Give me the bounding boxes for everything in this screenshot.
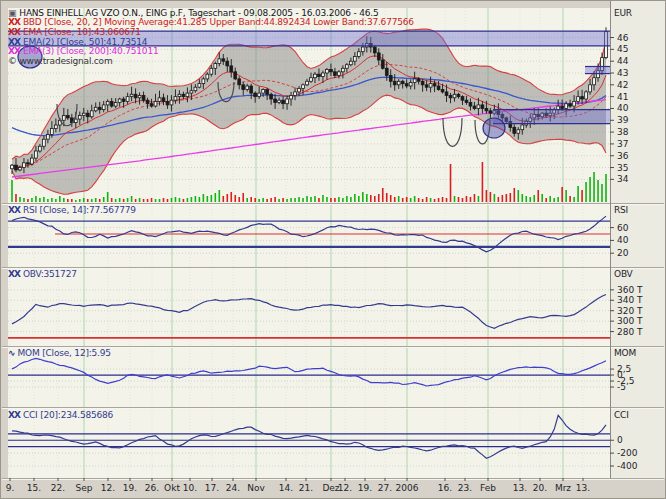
x-tick-label: 17. xyxy=(205,483,219,493)
x-tick-label: 23. xyxy=(458,483,472,493)
y-tick-label: 36 xyxy=(617,151,628,161)
y-tick-label: 40 xyxy=(617,103,628,113)
x-tick-label: 13. xyxy=(576,483,590,493)
copyright-text: © www.tradesignal.com xyxy=(8,56,112,66)
tradesignal-chart-window: ▣HANS EINHELL AG VZO O.N., EING p.F, Tag… xyxy=(0,0,666,499)
x-tick-label: 26. xyxy=(145,483,159,493)
y-tick-label: -5 xyxy=(617,382,626,392)
legend-mom[interactable]: ∿MOM [Close, 12]:5.95 xyxy=(8,348,111,358)
obv-axis-name: OBV xyxy=(614,269,633,279)
mom-axis-name: MOM xyxy=(614,348,636,358)
x-tick-label: 12. xyxy=(338,483,352,493)
legend-obv-text: OBV:351727 xyxy=(23,269,77,279)
indicator-line-icon: XX xyxy=(8,269,20,279)
x-tick-label: 16. xyxy=(438,483,452,493)
y-tick-label: 42 xyxy=(617,80,628,90)
x-tick-label: 2006 xyxy=(396,483,419,493)
price-axis-unit: EUR xyxy=(614,8,632,18)
indicator-line-icon: XX xyxy=(8,17,20,27)
zigzag-line-icon: ∿ xyxy=(8,348,15,358)
y-tick-label: 45 xyxy=(617,44,628,54)
y-tick-label: 37 xyxy=(617,139,628,149)
x-tick-label: 13. xyxy=(513,483,527,493)
indicator-line-icon: XX xyxy=(8,205,20,215)
x-tick-label: 22. xyxy=(51,483,65,493)
x-tick-label: Mrz xyxy=(555,483,571,493)
legend-cci[interactable]: XXCCI [20]:234.585686 xyxy=(8,410,113,420)
y-tick-label: 46 xyxy=(617,33,628,43)
y-tick-label: 340 T xyxy=(617,295,643,305)
x-tick-label: 27. xyxy=(378,483,392,493)
legend-ema200-text: EMA(3) [Close, 200]:40.751011 xyxy=(23,46,159,56)
y-tick-label: 43 xyxy=(617,68,628,78)
watermark: © www.tradesignal.com xyxy=(8,56,112,66)
x-tick-label: 15. xyxy=(27,483,41,493)
y-tick-label: 40 xyxy=(617,235,628,245)
x-tick-label: 20. xyxy=(533,483,547,493)
legend-mom-text: MOM [Close, 12]:5.95 xyxy=(18,348,111,358)
legend-obv[interactable]: XXOBV:351727 xyxy=(8,269,77,279)
y-tick-label: 44 xyxy=(617,56,628,66)
indicator-line-icon: XX xyxy=(8,46,20,56)
legend-ema10-text: EMA [Close, 10]:43.060671 xyxy=(23,27,141,37)
chart-canvas[interactable] xyxy=(0,0,666,499)
x-tick-label: 21. xyxy=(299,483,313,493)
y-tick-label: 60 xyxy=(617,223,628,233)
y-tick-label: -400 xyxy=(617,461,637,471)
indicator-line-icon: XX xyxy=(8,27,20,37)
legend-rsi[interactable]: XXRSI [Close, 14]:77.567779 xyxy=(8,205,136,215)
legend-bbd-text: BBD [Close, 20, 2] Moving Average:41.285… xyxy=(23,17,414,27)
y-tick-label: 39 xyxy=(617,115,628,125)
legend-ema200[interactable]: XXEMA(3) [Close, 200]:40.751011 xyxy=(8,46,158,56)
y-tick-label: 0 xyxy=(617,435,623,445)
x-tick-label: 10. xyxy=(183,483,197,493)
y-tick-label: 41 xyxy=(617,92,628,102)
legend-rsi-text: RSI [Close, 14]:77.567779 xyxy=(23,205,136,215)
legend-cci-text: CCI [20]:234.585686 xyxy=(23,410,113,420)
x-tick-label: 12. xyxy=(101,483,115,493)
x-tick-label: 24. xyxy=(226,483,240,493)
x-tick-label: 14. xyxy=(279,483,293,493)
y-tick-label: 320 T xyxy=(617,306,643,316)
x-tick-label: Sep xyxy=(76,483,93,493)
legend-bbd[interactable]: XXBBD [Close, 20, 2] Moving Average:41.2… xyxy=(8,17,414,27)
y-tick-label: 300 T xyxy=(617,316,643,326)
legend-ema10[interactable]: XXEMA [Close, 10]:43.060671 xyxy=(8,27,141,37)
y-tick-label: 280 T xyxy=(617,327,643,337)
y-tick-label: 35 xyxy=(617,163,628,173)
x-tick-label: 19. xyxy=(123,483,137,493)
y-tick-label: 360 T xyxy=(617,285,643,295)
indicator-line-icon: XX xyxy=(8,410,20,420)
x-tick-label: 9. xyxy=(6,483,15,493)
y-tick-label: 34 xyxy=(617,174,628,184)
x-tick-label: Feb xyxy=(480,483,496,493)
x-tick-label: Okt xyxy=(164,483,180,493)
x-tick-label: Nov xyxy=(247,483,265,493)
cci-axis-name: CCI xyxy=(614,410,629,420)
x-tick-label: 19. xyxy=(358,483,372,493)
rsi-axis-name: RSI xyxy=(614,205,628,215)
y-tick-label: 38 xyxy=(617,127,628,137)
y-tick-label: -200 xyxy=(617,448,637,458)
y-tick-label: 20 xyxy=(617,248,628,258)
